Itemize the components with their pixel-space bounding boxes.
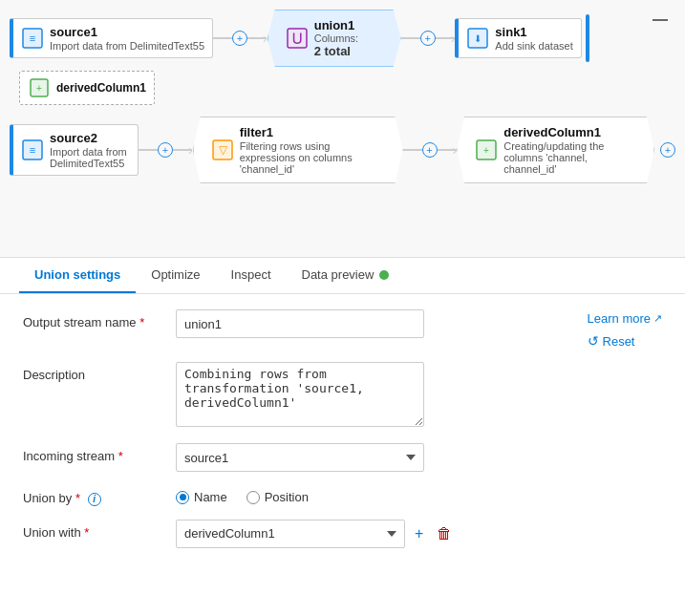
union1-columns-value: 2 total	[314, 44, 358, 58]
derived-main-title: derivedColumn1	[503, 125, 636, 139]
union-by-required: *	[75, 491, 80, 505]
incoming-stream-select[interactable]: source1 source2	[176, 443, 424, 472]
derived-main-icon: +	[475, 138, 498, 161]
union-by-info-icon[interactable]: i	[88, 493, 101, 506]
sink1-subtitle: Add sink dataset	[495, 40, 572, 52]
add-between-filter1-derived[interactable]: +	[422, 142, 438, 158]
svg-text:+: +	[483, 145, 489, 156]
union-with-delete-button[interactable]: 🗑	[433, 521, 456, 546]
source1-content: source1 Import data from DelimitedText55	[50, 25, 204, 52]
tabs-list: Union settings Optimize Inspect Data pre…	[19, 258, 666, 293]
union-with-select[interactable]: derivedColumn1 source2	[176, 520, 405, 548]
union1-title: union1	[314, 18, 358, 32]
arrow-4: ›	[453, 142, 458, 158]
output-stream-input[interactable]	[176, 309, 424, 338]
minimize-button[interactable]	[653, 8, 672, 21]
union-by-radio-group: Name Position	[176, 485, 662, 504]
source2-content: source2 Import data from DelimitedText55	[50, 131, 130, 169]
source2-icon: ≡	[21, 138, 44, 161]
add-between-union1-sink1[interactable]: +	[420, 31, 436, 46]
filter1-icon: ▽	[211, 138, 234, 161]
radio-name-label: Name	[194, 490, 227, 504]
union-with-add-button[interactable]: +	[411, 521, 427, 546]
svg-text:⬇: ⬇	[474, 33, 482, 44]
data-preview-dot	[379, 270, 389, 280]
description-row: Description	[23, 362, 662, 430]
arrow-1: ›	[263, 31, 268, 46]
derived-main-subtitle: Creating/updating the columns 'channel, …	[503, 140, 636, 175]
node-source1[interactable]: ≡ source1 Import data from DelimitedText…	[10, 18, 213, 58]
union-by-control: Name Position	[176, 485, 662, 504]
union1-icon: ⋃	[286, 27, 309, 50]
learn-more-link[interactable]: Learn more ↗	[588, 311, 662, 326]
union-with-control: derivedColumn1 source2 + 🗑	[176, 520, 662, 548]
filter1-content: filter1 Filtering rows using expressions…	[240, 125, 385, 175]
filter1-title: filter1	[240, 125, 385, 139]
description-input[interactable]	[176, 362, 424, 427]
node-union1[interactable]: ⋃ union1 Columns: 2 total	[268, 10, 401, 67]
arrow-3: ›	[188, 142, 193, 158]
union1-content: union1 Columns: 2 total	[314, 18, 358, 58]
description-label: Description	[23, 362, 176, 382]
delete-icon: 🗑	[437, 525, 452, 542]
svg-text:⋃: ⋃	[292, 32, 302, 45]
radio-position-option[interactable]: Position	[246, 490, 309, 504]
source1-subtitle: Import data from DelimitedText55	[50, 40, 204, 52]
add-after-derived-main[interactable]: +	[660, 142, 675, 158]
incoming-stream-required: *	[118, 449, 123, 463]
union-by-label: Union by * i	[23, 485, 176, 506]
sink1-icon: ⬇	[466, 27, 489, 50]
svg-text:≡: ≡	[30, 144, 35, 156]
incoming-stream-label: Incoming stream *	[23, 443, 176, 463]
add-between-source1-union1[interactable]: +	[232, 31, 247, 46]
tab-data-preview-label: Data preview	[302, 267, 375, 282]
union-with-label: Union with *	[23, 520, 176, 540]
incoming-stream-row: Incoming stream * source1 source2	[23, 443, 662, 472]
union-with-row: Union with * derivedColumn1 source2 + 🗑	[23, 520, 662, 548]
sink1-title: sink1	[495, 25, 572, 39]
node-sink1[interactable]: ⬇ sink1 Add sink dataset	[455, 18, 581, 58]
tabs-section: Union settings Optimize Inspect Data pre…	[0, 258, 685, 294]
radio-position-circle	[246, 491, 260, 504]
tab-data-preview[interactable]: Data preview	[287, 258, 405, 293]
output-stream-label: Output stream name *	[23, 309, 176, 329]
connector-3: + ›	[139, 142, 193, 158]
description-control	[176, 362, 662, 430]
radio-name-option[interactable]: Name	[176, 490, 227, 504]
svg-text:+: +	[36, 83, 42, 94]
incoming-stream-control: source1 source2	[176, 443, 662, 472]
derived-main-content: derivedColumn1 Creating/updating the col…	[503, 125, 636, 175]
source1-icon: ≡	[21, 27, 44, 50]
tab-optimize-label: Optimize	[151, 267, 200, 282]
output-stream-control	[176, 309, 572, 338]
source1-title: source1	[50, 25, 204, 39]
radio-position-label: Position	[265, 490, 309, 504]
external-link-icon: ↗	[653, 312, 662, 325]
node-filter1[interactable]: ▽ filter1 Filtering rows using expressio…	[193, 117, 403, 183]
derived1-small-icon: +	[28, 76, 51, 99]
filter1-subtitle: Filtering rows using expressions on colu…	[240, 140, 385, 175]
node-source2[interactable]: ≡ source2 Import data from DelimitedText…	[10, 124, 139, 176]
source2-title: source2	[50, 131, 130, 145]
settings-panel: Output stream name * Learn more ↗ ↺ Rese…	[0, 294, 685, 577]
source2-subtitle: Import data from DelimitedText55	[50, 146, 130, 169]
node-derived-column1-main[interactable]: + derivedColumn1 Creating/updating the c…	[457, 117, 654, 183]
union1-columns-label: Columns:	[314, 32, 358, 44]
side-actions: Learn more ↗ ↺ Reset	[588, 309, 662, 349]
union-by-row: Union by * i Name Position	[23, 485, 662, 506]
union-with-required: *	[84, 525, 89, 540]
connector-4: + ›	[403, 142, 458, 158]
tab-optimize[interactable]: Optimize	[136, 258, 215, 293]
reset-icon: ↺	[588, 333, 599, 349]
tab-inspect[interactable]: Inspect	[216, 258, 287, 293]
svg-text:≡: ≡	[30, 32, 35, 44]
union-with-inner-row: derivedColumn1 source2 + 🗑	[176, 520, 662, 548]
sink1-right-border	[586, 14, 589, 62]
radio-name-circle	[176, 491, 189, 504]
tab-union-settings[interactable]: Union settings	[19, 258, 136, 293]
add-between-source2-filter1[interactable]: +	[158, 142, 173, 158]
tab-union-settings-label: Union settings	[34, 267, 120, 282]
reset-button[interactable]: ↺ Reset	[588, 333, 662, 349]
node-derived-column1-small[interactable]: + derivedColumn1	[19, 71, 155, 105]
connector-2: + ›	[401, 31, 456, 46]
